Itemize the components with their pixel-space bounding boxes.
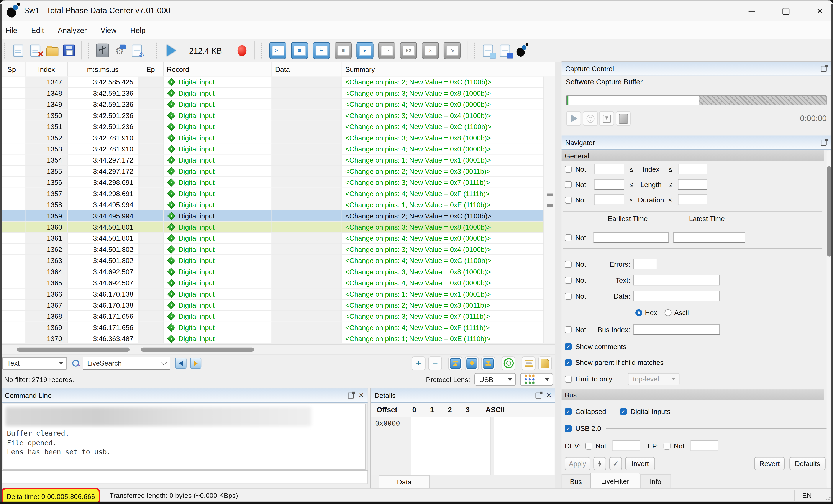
col-header-record[interactable]: Record [164, 62, 272, 77]
cell-summary[interactable]: <Change on pins: 1; New Value = 0xE (111… [342, 199, 555, 210]
cell-ep[interactable] [138, 221, 164, 232]
frequency-window-button[interactable]: Hz [400, 42, 417, 59]
cell-summary[interactable]: <Change on pins: 3; New Value = 0x8 (100… [342, 133, 555, 143]
cell-ep[interactable] [138, 277, 164, 288]
cell-ep[interactable] [138, 188, 164, 199]
table-row[interactable]: 13543:44.297.172Digital input<Change on … [0, 155, 555, 166]
cell-index[interactable]: 1360 [26, 221, 68, 232]
table-row[interactable]: 13523:42.781.910Digital input<Change on … [0, 133, 555, 143]
col-header-index[interactable]: Index [26, 62, 68, 77]
details-title-bar[interactable]: Details ✕ [371, 388, 555, 403]
revert-button[interactable]: Revert [755, 457, 785, 470]
cell-data[interactable] [272, 289, 342, 299]
data-input[interactable] [634, 291, 720, 302]
range-max-input[interactable] [678, 194, 707, 205]
cell-data[interactable] [272, 333, 342, 343]
panel-splitter[interactable] [555, 62, 562, 488]
table-row[interactable]: 13613:44.501.801Digital input<Change on … [0, 233, 555, 244]
table-row[interactable]: 13603:44.501.801Digital input<Change on … [0, 221, 555, 233]
cell-data[interactable] [272, 266, 342, 277]
col-header-ep[interactable]: Ep [138, 62, 164, 77]
cell-record[interactable]: Digital input [164, 244, 272, 255]
cell-data[interactable] [272, 121, 342, 132]
cell-sp[interactable] [0, 244, 26, 255]
tab-livefilter[interactable]: LiveFilter [590, 473, 640, 489]
validate-button[interactable]: ✓ [609, 457, 622, 470]
tab-bus[interactable]: Bus [562, 475, 590, 488]
hex-data-area[interactable] [411, 416, 491, 475]
toolbar-drag-handle[interactable] [156, 43, 159, 58]
cell-record[interactable]: Digital input [164, 266, 272, 277]
digital-inputs-checkbox[interactable]: ✓ [620, 408, 627, 415]
cell-time[interactable]: 3:44.692.507 [68, 266, 138, 277]
cell-sp[interactable] [0, 299, 26, 310]
cell-time[interactable]: 3:46.170.138 [68, 289, 138, 299]
cell-record[interactable]: Digital input [164, 143, 272, 154]
cell-record[interactable]: Digital input [164, 322, 272, 333]
col-header-time[interactable]: m:s.ms.us [68, 62, 138, 77]
cell-summary[interactable]: <Change on pins: 1; New Value = 0x1 (000… [342, 289, 555, 299]
language-indicator[interactable]: EN [802, 491, 812, 500]
cell-time[interactable]: 3:42.591.236 [68, 88, 138, 98]
limit-checkbox[interactable] [565, 376, 572, 383]
table-row[interactable]: 13513:42.591.236Digital input<Change on … [0, 121, 555, 132]
cell-data[interactable] [272, 188, 342, 199]
table-horizontal-scrollbar[interactable] [0, 344, 555, 355]
cell-sp[interactable] [0, 311, 26, 321]
save-document-button[interactable] [498, 44, 512, 57]
capture-stop-button[interactable] [616, 111, 630, 126]
cell-time[interactable]: 3:44.501.802 [68, 244, 138, 255]
navigator-window-button[interactable]: └┐ [313, 42, 330, 59]
cell-sp[interactable] [0, 289, 26, 299]
cell-ep[interactable] [138, 88, 164, 98]
cell-record[interactable]: Digital input [164, 77, 272, 87]
cell-ep[interactable] [138, 99, 164, 110]
matrix-window-button[interactable]: × [422, 42, 439, 59]
cell-index[interactable]: 1353 [26, 143, 68, 154]
cell-index[interactable]: 1369 [26, 322, 68, 333]
text-input[interactable] [634, 275, 720, 285]
col-header-summary[interactable]: Summary [342, 62, 555, 77]
cell-time[interactable]: 3:44.692.507 [68, 277, 138, 288]
command-line-title-bar[interactable]: Command Line ✕ [1, 388, 368, 403]
goto-bottom-button[interactable] [481, 356, 495, 370]
cell-record[interactable]: Digital input [164, 188, 272, 199]
cell-time[interactable]: 3:44.501.801 [68, 233, 138, 243]
cell-ep[interactable] [138, 289, 164, 299]
cell-sp[interactable] [0, 233, 26, 243]
cell-index[interactable]: 1358 [26, 199, 68, 210]
float-panel-icon[interactable] [348, 392, 354, 398]
cell-sp[interactable] [0, 333, 26, 343]
cell-sp[interactable] [0, 133, 26, 143]
tab-info[interactable]: Info [640, 475, 671, 488]
cell-sp[interactable] [0, 266, 26, 277]
cell-ep[interactable] [138, 177, 164, 188]
cell-time[interactable]: 3:44.495.994 [68, 199, 138, 210]
table-row[interactable]: 13573:44.298.691Digital input<Change on … [0, 188, 555, 199]
cell-data[interactable] [272, 143, 342, 154]
cell-data[interactable] [272, 233, 342, 243]
toolbar-drag-handle[interactable] [88, 43, 92, 58]
toolbar-drag-handle[interactable] [474, 43, 477, 58]
cell-index[interactable]: 1365 [26, 277, 68, 288]
cell-record[interactable]: Digital input [164, 255, 272, 266]
cell-time[interactable]: 3:42.591.236 [68, 99, 138, 110]
details-tab-data[interactable]: Data [379, 475, 430, 489]
cell-time[interactable]: 3:42.781.910 [68, 133, 138, 143]
cell-summary[interactable]: <Change on pins: 3; New Value = 0x7 (011… [342, 311, 555, 321]
cell-time[interactable]: 3:42.591.236 [68, 110, 138, 121]
cell-ep[interactable] [138, 143, 164, 154]
table-row[interactable]: 13563:44.298.691Digital input<Change on … [0, 177, 555, 188]
capture-settings-button[interactable]: ⚙ [130, 44, 144, 57]
table-row[interactable]: 13593:44.495.994Digital input<Change on … [0, 211, 555, 221]
cell-record[interactable]: Digital input [164, 121, 272, 132]
cell-index[interactable]: 1357 [26, 188, 68, 199]
table-row[interactable]: 13703:46.363.487Digital input<Change on … [0, 333, 555, 343]
cell-record[interactable]: Digital input [164, 311, 272, 321]
latest-time-input[interactable] [673, 232, 745, 243]
cell-summary[interactable]: <Change on pins: 4; New Value = 0xF (111… [342, 322, 555, 333]
cell-time[interactable]: 3:44.501.801 [68, 221, 138, 232]
command-line-output[interactable]: Buffer cleared. File opened. Lens has be… [3, 404, 365, 470]
collapsed-checkbox[interactable]: ✓ [565, 408, 572, 415]
cell-index[interactable]: 1355 [26, 166, 68, 176]
